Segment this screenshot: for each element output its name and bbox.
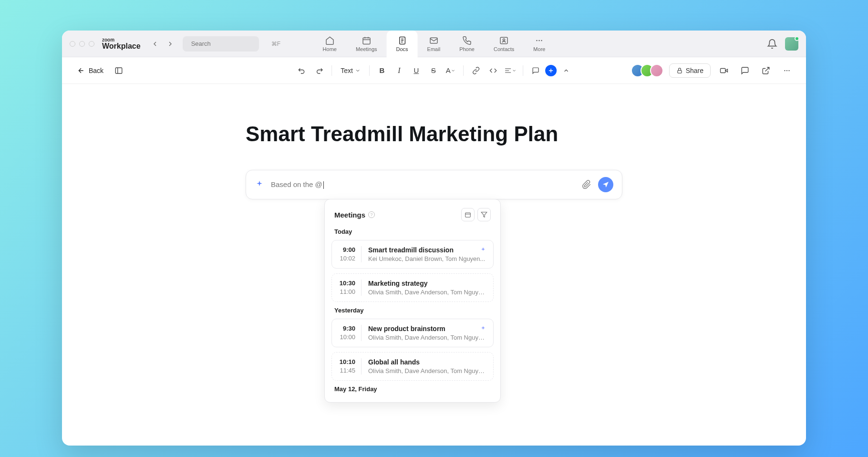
chat-icon	[741, 66, 749, 75]
italic-icon: I	[398, 66, 400, 75]
chevron-down-icon	[451, 68, 455, 73]
phone-icon	[462, 36, 472, 45]
time-start: 9:30	[343, 325, 355, 332]
meeting-item[interactable]: 10:30 11:00 Marketing strategy Olivia Sm…	[331, 273, 494, 302]
meeting-title: New product brainstorm	[368, 325, 486, 332]
doc-toolbar: Back Text B I U S A	[62, 57, 806, 84]
attachment-icon[interactable]	[582, 180, 591, 189]
bell-icon[interactable]	[767, 39, 777, 49]
calendar-icon	[362, 36, 371, 45]
nav-phone[interactable]: Phone	[450, 31, 484, 57]
help-icon[interactable]: ?	[368, 211, 375, 218]
back-button[interactable]: Back	[73, 64, 107, 77]
meeting-details: Marketing strategy Olivia Smith, Dave An…	[362, 280, 486, 296]
home-icon	[325, 36, 334, 45]
close-window[interactable]	[70, 41, 75, 47]
search-box[interactable]: ⌘F	[183, 36, 259, 52]
align-icon	[504, 67, 512, 74]
topbar-right	[767, 37, 798, 51]
meeting-item[interactable]: 9:30 10:00 New product brainstorm Olivia…	[331, 319, 494, 347]
comment-button[interactable]	[528, 63, 543, 78]
filter-button[interactable]	[477, 208, 491, 221]
more-icon	[535, 36, 544, 45]
user-menu[interactable]	[785, 37, 798, 51]
meeting-title: Marketing strategy	[368, 280, 486, 287]
nav-email-label: Email	[427, 46, 441, 52]
time-end: 10:02	[340, 255, 355, 262]
code-icon	[489, 67, 497, 74]
undo-icon	[298, 66, 306, 75]
video-button[interactable]	[716, 63, 732, 78]
nav-home[interactable]: Home	[313, 31, 346, 57]
lock-icon	[676, 67, 683, 74]
docs-icon	[397, 36, 407, 45]
undo-button[interactable]	[294, 63, 310, 78]
nav-phone-label: Phone	[459, 46, 475, 52]
group-label: Today	[334, 228, 491, 235]
open-external-button[interactable]	[758, 63, 774, 78]
add-button[interactable]	[545, 65, 557, 76]
collaborator-avatar	[650, 64, 663, 77]
meeting-item[interactable]: 9:00 10:02 Smart treadmill discussion Ke…	[331, 240, 494, 269]
chevron-down-icon	[512, 68, 517, 73]
bold-icon: B	[379, 66, 384, 74]
chevron-up-icon	[563, 67, 569, 74]
strikethrough-icon: S	[431, 66, 436, 74]
sidebar-toggle[interactable]	[111, 63, 126, 78]
brand-logo: zoom Workplace	[102, 38, 141, 50]
nav-back[interactable]	[148, 37, 162, 51]
external-icon	[762, 66, 770, 75]
ai-input-box[interactable]: Based on the @ Meetings ?	[246, 170, 622, 199]
align-button[interactable]	[503, 63, 518, 78]
share-button[interactable]: Share	[669, 63, 711, 78]
nav-meetings[interactable]: Meetings	[346, 31, 387, 57]
more-options-button[interactable]	[779, 63, 795, 78]
format-toolbar: Text B I U S A	[294, 63, 574, 78]
text-style-dropdown[interactable]: Text	[337, 64, 364, 77]
meeting-details: New product brainstorm Olivia Smith, Dav…	[362, 325, 486, 341]
doc-body: Smart Treadmill Marketing Plan Based on …	[246, 122, 622, 199]
collapse-button[interactable]	[558, 63, 574, 78]
sparkle-icon	[480, 325, 486, 332]
filter-icon	[481, 211, 487, 218]
nav-forward[interactable]	[164, 37, 177, 51]
nav-docs[interactable]: Docs	[387, 31, 418, 57]
nav-docs-label: Docs	[396, 46, 408, 52]
meeting-time: 10:30 11:00	[339, 280, 362, 296]
svg-marker-33	[481, 212, 487, 218]
search-input[interactable]	[191, 40, 271, 47]
chat-button[interactable]	[737, 63, 753, 78]
ai-input-text[interactable]: Based on the @	[271, 180, 582, 189]
redo-button[interactable]	[311, 63, 327, 78]
send-icon	[602, 181, 610, 188]
link-icon	[472, 67, 480, 74]
svg-rect-17	[115, 68, 122, 73]
nav-contacts[interactable]: Contacts	[484, 31, 524, 57]
svg-point-13	[537, 40, 538, 41]
date-picker-button[interactable]	[461, 208, 475, 221]
group-label: Yesterday	[334, 307, 491, 314]
maximize-window[interactable]	[89, 41, 94, 47]
code-button[interactable]	[486, 63, 501, 78]
doc-title[interactable]: Smart Treadmill Marketing Plan	[246, 122, 622, 146]
text-color-button[interactable]: A	[443, 63, 458, 78]
nav-more[interactable]: More	[524, 31, 555, 57]
svg-rect-24	[678, 70, 682, 73]
meeting-time: 9:00 10:02	[339, 246, 362, 262]
search-shortcut: ⌘F	[271, 41, 280, 47]
link-button[interactable]	[468, 63, 484, 78]
group-label: May 12, Friday	[334, 385, 491, 393]
underline-button[interactable]: U	[409, 63, 424, 78]
history-nav	[148, 37, 177, 51]
meeting-title: Global all hands	[368, 358, 486, 366]
send-button[interactable]	[598, 177, 613, 192]
minimize-window[interactable]	[79, 41, 85, 47]
meeting-item[interactable]: 10:10 11:45 Global all hands Olivia Smit…	[331, 352, 494, 381]
italic-button[interactable]: I	[392, 63, 407, 78]
meeting-details: Smart treadmill discussion Kei Umekoc, D…	[362, 246, 486, 262]
text-cursor	[323, 181, 324, 189]
bold-button[interactable]: B	[374, 63, 390, 78]
nav-email[interactable]: Email	[418, 31, 450, 57]
strikethrough-button[interactable]: S	[426, 63, 441, 78]
collaborators[interactable]	[631, 64, 663, 77]
